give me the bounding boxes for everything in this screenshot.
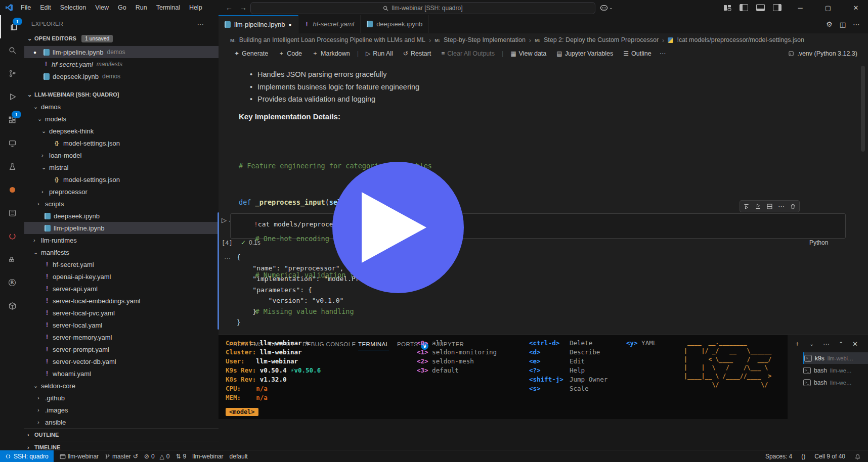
tree-file-model-settings-1[interactable]: {}model-settings.json xyxy=(24,137,219,149)
menu-file[interactable]: File xyxy=(16,0,35,15)
more-actions-icon[interactable]: ⋯ xyxy=(823,340,830,348)
tree-file-model-settings-2[interactable]: {}model-settings.json xyxy=(24,173,219,186)
status-project[interactable]: llm-webinar xyxy=(60,453,99,460)
add-markdown-cell-button[interactable]: ＋ Markdown xyxy=(308,48,354,60)
tree-folder-llm-runtimes[interactable]: ›llm-runtimes xyxy=(24,234,219,246)
tree-folder-models[interactable]: ⌄models xyxy=(24,113,219,125)
tree-file-server-vector-db[interactable]: !server-vector-db.yaml xyxy=(24,355,219,367)
activitybar-openshift[interactable] xyxy=(0,224,24,248)
tree-folder-deepseek-think[interactable]: ⌄deepseek-think xyxy=(24,125,219,137)
tree-file-server-api[interactable]: !server-api.yaml xyxy=(24,283,219,295)
status-language-indicator[interactable]: () xyxy=(801,453,805,460)
view-data-button[interactable]: ▦ View data xyxy=(506,48,550,60)
remote-indicator[interactable]: SSH: quadro xyxy=(0,450,54,462)
maximize-panel-icon[interactable]: ⌃ xyxy=(839,341,843,347)
tree-folder-demos[interactable]: ⌄demos xyxy=(24,101,219,113)
outline-section-header[interactable]: › OUTLINE xyxy=(24,428,219,441)
tree-folder-seldon-core[interactable]: ⌄seldon-core xyxy=(24,380,219,392)
navigate-forward-icon[interactable]: → xyxy=(236,4,251,12)
menu-terminal[interactable]: Terminal xyxy=(152,0,185,15)
toggle-secondary-sidebar-icon[interactable] xyxy=(773,4,782,11)
tree-folder-manifests[interactable]: ⌄manifests xyxy=(24,246,219,258)
toggle-sidebar-icon[interactable] xyxy=(740,4,748,11)
add-code-cell-button[interactable]: ＋ Code xyxy=(274,48,306,60)
panel-tab-debug-console[interactable]: DEBUG CONSOLE xyxy=(302,341,356,347)
status-k8s-namespace[interactable]: default xyxy=(230,453,248,460)
tree-file-deepseek-ipynb[interactable]: deepseek.ipynb xyxy=(24,210,219,222)
workspace-header[interactable]: ⌄ LLM-WEBINAR [SSH: QUADRO] xyxy=(24,88,219,101)
activitybar-containers[interactable] xyxy=(0,248,24,271)
delete-cell-icon[interactable] xyxy=(790,203,796,210)
split-editor-icon[interactable]: ◫ xyxy=(840,21,846,28)
modified-dot-icon[interactable]: ● xyxy=(288,22,291,27)
gear-icon[interactable]: ⚙ xyxy=(826,20,833,28)
more-actions-icon[interactable]: ⋯ xyxy=(778,203,785,210)
run-all-button[interactable]: ▷ Run All xyxy=(362,48,397,60)
menu-edit[interactable]: Edit xyxy=(35,0,56,15)
open-editors-header[interactable]: ⌄ OPEN EDITORS 1 unsaved xyxy=(24,32,219,44)
new-terminal-icon[interactable]: ＋ xyxy=(794,339,800,348)
close-window-button[interactable]: ✕ xyxy=(847,4,864,12)
toggle-panel-icon[interactable] xyxy=(756,4,765,11)
activitybar-run-debug[interactable] xyxy=(0,85,24,108)
open-editor-llm-pipeline[interactable]: ● llm-pipeline.ipynb demos xyxy=(24,46,219,58)
open-editor-deepseek[interactable]: deepseek.ipynb demos xyxy=(24,70,219,82)
menu-selection[interactable]: Selection xyxy=(56,0,91,15)
execute-below-icon[interactable] xyxy=(755,203,761,210)
breadcrumb-item[interactable]: !cat models/preprocessor/model-settings.… xyxy=(677,36,804,43)
status-cell-position[interactable]: Cell 9 of 40 xyxy=(814,453,845,460)
menu-view[interactable]: View xyxy=(91,0,113,15)
panel-tab-terminal[interactable]: TERMINAL xyxy=(358,341,389,350)
activitybar-testing[interactable] xyxy=(0,155,24,178)
breadcrumb-item[interactable]: Building an Intelligent Loan Processing … xyxy=(239,36,425,43)
tree-file-server-local-pvc[interactable]: !server-local-pvc.yaml xyxy=(24,307,219,319)
tree-folder-mistral[interactable]: ⌄mistral xyxy=(24,161,219,173)
timeline-section-header[interactable]: › TIMELINE xyxy=(24,441,219,450)
navigate-back-icon[interactable]: ← xyxy=(222,4,237,12)
tab-hf-secret[interactable]: ! hf-secret.yaml xyxy=(298,15,361,33)
tab-deepseek[interactable]: deepseek.ipynb xyxy=(361,15,429,33)
terminal-profile-dropdown-icon[interactable]: ⌄ xyxy=(809,341,813,347)
terminal-tab-bash-2[interactable]: >_ bash llm-we… xyxy=(803,377,868,388)
video-play-button[interactable] xyxy=(332,162,464,293)
activitybar-rancher[interactable]: R xyxy=(0,271,24,294)
tree-file-openai-api-key[interactable]: !openai-api-key.yaml xyxy=(24,270,219,283)
activitybar-package-explorer[interactable] xyxy=(0,294,24,317)
tree-file-llm-pipeline-ipynb[interactable]: llm-pipeline.ipynb xyxy=(24,222,219,234)
tree-file-server-local-embeddings[interactable]: !server-local-embeddings.yaml xyxy=(24,295,219,307)
tree-file-server-memory[interactable]: !server-memory.yaml xyxy=(24,331,219,343)
status-ports-forwarded[interactable]: ⇅ 9 xyxy=(176,453,187,460)
activitybar-search[interactable] xyxy=(0,38,24,62)
activitybar-source-control[interactable] xyxy=(0,62,24,85)
menu-help[interactable]: Help xyxy=(185,0,207,15)
tree-folder-scripts[interactable]: ›scripts xyxy=(24,198,219,210)
terminal-k9s[interactable]: Context: llm-webinar ✎ Cluster: llm-webi… xyxy=(219,335,788,419)
menu-go[interactable]: Go xyxy=(113,0,131,15)
editor-scrollbar[interactable] xyxy=(861,66,865,152)
breadcrumb-item[interactable]: Step-by-Step Implementation xyxy=(444,36,526,43)
more-actions-icon[interactable]: ⋯ xyxy=(853,20,860,28)
kernel-picker[interactable]: .venv (Python 3.12.3) xyxy=(788,50,868,57)
menu-run[interactable]: Run xyxy=(131,0,152,15)
more-actions-icon[interactable]: ⋯ xyxy=(197,20,211,28)
minimize-button[interactable]: ─ xyxy=(792,4,809,12)
status-k8s-context[interactable]: llm-webinar xyxy=(192,453,223,460)
customize-layout-icon[interactable] xyxy=(723,5,731,11)
tree-folder-images[interactable]: ›.images xyxy=(24,404,219,416)
copilot-button[interactable]: ⌄ xyxy=(600,5,613,11)
command-center-search[interactable]: llm-webinar [SSH: quadro] xyxy=(250,2,595,14)
output-collapse-icon[interactable]: ⋯ xyxy=(224,254,231,262)
tree-file-server-local[interactable]: !server-local.yaml xyxy=(24,319,219,331)
status-branch[interactable]: master ↺ xyxy=(105,453,138,460)
tree-folder-loan-model[interactable]: ›loan-model xyxy=(24,149,219,161)
bell-icon[interactable] xyxy=(854,453,861,460)
split-cell-icon[interactable] xyxy=(766,203,773,210)
close-panel-icon[interactable]: ✕ xyxy=(852,340,858,348)
status-problems[interactable]: ⊘0 △0 xyxy=(144,453,170,460)
outline-button[interactable]: ☰ Outline xyxy=(619,48,655,60)
terminal-tab-bash-1[interactable]: >_ bash llm-we… xyxy=(803,364,868,376)
activitybar-remote-explorer[interactable] xyxy=(0,131,24,155)
jupyter-variables-button[interactable]: ▤ Jupyter Variables xyxy=(552,48,617,60)
clear-all-outputs-button[interactable]: ≡ Clear All Outputs xyxy=(437,48,499,60)
restart-kernel-button[interactable]: ↺ Restart xyxy=(399,48,435,60)
